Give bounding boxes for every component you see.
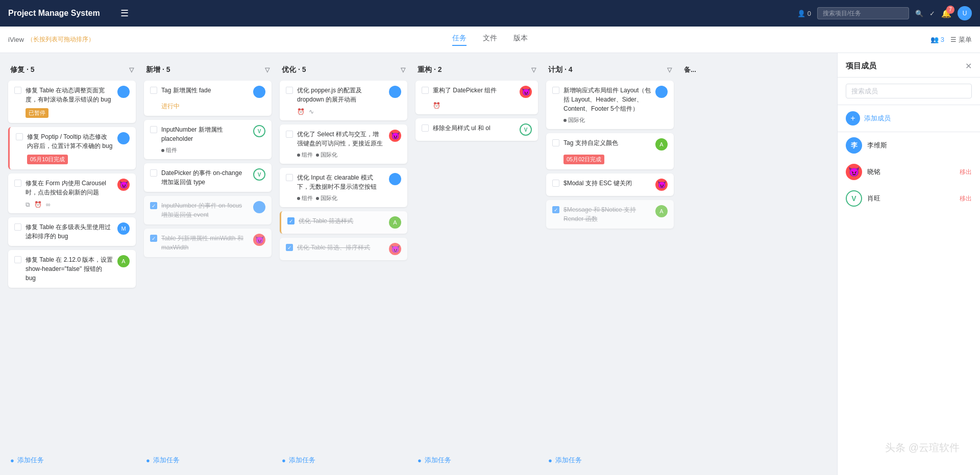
- add-task-optimize[interactable]: ● 添加任务: [280, 454, 407, 467]
- column-new-title: 新增 · 5: [146, 65, 170, 74]
- column-refactor-collapse[interactable]: ▽: [531, 66, 536, 73]
- card-new3-checkbox[interactable]: [150, 169, 157, 177]
- card-new3-text: DatePicker 的事件 on-change 增加返回值 type: [161, 168, 249, 187]
- card-plan4-checkbox[interactable]: ✓: [552, 206, 559, 213]
- card-opt3-tag2: 国际化: [316, 194, 337, 202]
- card-opt4-checkbox[interactable]: ✓: [287, 217, 295, 224]
- card-new4[interactable]: ✓ InputNumber 的事件 on-focus 增加返回值 event: [144, 196, 272, 224]
- column-new-collapse[interactable]: ▽: [265, 66, 270, 73]
- card-opt5[interactable]: ✓ 优化 Table 筛选、排序样式 😈: [280, 238, 407, 260]
- view-label: iView: [8, 36, 24, 43]
- panel-title: 项目成员: [846, 61, 876, 71]
- column-plan-collapse[interactable]: ▽: [667, 66, 672, 73]
- card-ref2[interactable]: 移除全局样式 ul 和 ol V: [415, 118, 538, 141]
- copy-icon: ⧉: [26, 201, 30, 208]
- add-member-btn[interactable]: + 添加成员: [838, 105, 980, 132]
- column-fix-cards: 修复 Table 在动态调整页面宽度，有时滚动条显示错误的 bug 已暂停 修复…: [8, 81, 136, 449]
- add-task-fix[interactable]: ● 添加任务: [8, 454, 136, 467]
- card-new2-text: InputNumber 新增属性 placeholder: [161, 125, 249, 143]
- clock-icon: ⏰: [34, 201, 42, 208]
- card-ref2-checkbox[interactable]: [422, 124, 429, 132]
- card-opt2-checkbox[interactable]: [286, 131, 293, 138]
- card-plan3[interactable]: $Modal 支持 ESC 键关闭 😈: [546, 173, 674, 196]
- card-ref1-checkbox[interactable]: [422, 87, 429, 94]
- card-ref1-text: 重构了 DatePicker 组件: [433, 86, 516, 95]
- card-fix4[interactable]: 修复 Table 在多级表头里使用过滤和排序的 bug M: [8, 217, 136, 246]
- user-count: 👤 0: [797, 10, 811, 17]
- card-opt2[interactable]: 优化了 Select 样式与交互，增强键盘的可访问性，更接近原生 😈 组件 国际…: [280, 124, 407, 164]
- tab-files[interactable]: 文件: [483, 34, 497, 46]
- card-plan2-text: Tag 支持自定义颜色: [564, 138, 651, 147]
- card-fix2[interactable]: 修复 Poptip / Tooltip 动态修改内容后，位置计算不准确的 bug…: [8, 127, 136, 169]
- tab-versions[interactable]: 版本: [513, 34, 528, 46]
- card-new4-checkbox[interactable]: ✓: [150, 202, 157, 209]
- card-opt3-text: 优化 Input 在 clearable 模式下，无数据时不显示清空按钮: [297, 173, 385, 191]
- column-optimize: 优化 · 5 ▽ 优化 popper.js 的配置及 dropdown 的展开动…: [280, 61, 407, 467]
- card-opt1-avatar: [389, 86, 401, 98]
- card-plan4[interactable]: ✓ $Message 和 $Notice 支持 Render 函数 A: [546, 200, 674, 229]
- card-fix1-checkbox[interactable]: [14, 87, 21, 94]
- member-avatar-xiaowang: V: [846, 190, 862, 207]
- user-avatar[interactable]: U: [958, 6, 972, 20]
- card-opt3[interactable]: 优化 Input 在 clearable 模式下，无数据时不显示清空按钮 组件 …: [280, 168, 407, 207]
- member-action-xiaoming[interactable]: 移出: [960, 168, 972, 177]
- column-optimize-header: 优化 · 5 ▽: [280, 61, 407, 81]
- card-new2[interactable]: InputNumber 新增属性 placeholder V 组件: [144, 120, 272, 159]
- card-fix3[interactable]: 修复在 Form 内使用 Carousel 时，点击按钮会刷新的问题 😈 ⧉ ⏰…: [8, 173, 136, 213]
- tab-tasks[interactable]: 任务: [452, 34, 467, 46]
- card-plan3-checkbox[interactable]: [552, 180, 559, 187]
- clock-icon: ⏰: [297, 108, 305, 115]
- member-action-xiaowang[interactable]: 移出: [960, 194, 972, 203]
- card-fix3-avatar: 😈: [117, 179, 130, 191]
- add-task-new[interactable]: ● 添加任务: [144, 454, 272, 467]
- card-opt5-checkbox[interactable]: ✓: [286, 244, 293, 251]
- link-icon: ∞: [46, 201, 51, 208]
- search-icon: 🔍: [915, 10, 923, 17]
- card-plan1[interactable]: 新增响应式布局组件 Layout（包括 Layout、Header、Sider、…: [546, 81, 674, 129]
- card-new3[interactable]: DatePicker 的事件 on-change 增加返回值 type V: [144, 163, 272, 192]
- card-opt1[interactable]: 优化 popper.js 的配置及 dropdown 的展开动画 ⏰ ∿: [280, 81, 407, 120]
- search-input[interactable]: [817, 7, 909, 19]
- card-opt1-checkbox[interactable]: [286, 87, 293, 94]
- card-fix4-checkbox[interactable]: [14, 223, 21, 231]
- kanban-menu-btn[interactable]: ☰ 菜单: [950, 35, 972, 44]
- card-opt5-text: 优化 Table 筛选、排序样式: [297, 243, 385, 252]
- card-plan2[interactable]: Tag 支持自定义颜色 A 05月02日完成: [546, 133, 674, 169]
- app-title: Project Manage System: [8, 9, 110, 18]
- member-count-btn[interactable]: 👥 3: [930, 36, 944, 43]
- card-fix1[interactable]: 修复 Table 在动态调整页面宽度，有时滚动条显示错误的 bug 已暂停: [8, 81, 136, 123]
- card-new1[interactable]: Tag 新增属性 fade 进行中: [144, 81, 272, 116]
- column-plan-title: 计划 · 4: [548, 65, 572, 74]
- right-panel: 项目成员 ✕ + 添加成员 李 李维斯 😈 晓铭 移出 V 肖旺 移出: [837, 53, 980, 475]
- card-opt4-avatar: A: [389, 216, 401, 229]
- card-new2-checkbox[interactable]: [150, 126, 157, 133]
- card-opt2-tag1: 组件: [297, 151, 313, 159]
- menu-icon[interactable]: ☰: [120, 8, 129, 19]
- add-member-icon: +: [846, 111, 860, 126]
- column-fix-collapse[interactable]: ▽: [129, 66, 134, 73]
- card-fix3-checkbox[interactable]: [14, 180, 21, 187]
- member-search-input[interactable]: [846, 84, 972, 98]
- card-new5[interactable]: ✓ Table 列新增属性 minWidth 和 maxWidth 😈: [144, 229, 272, 257]
- panel-header: 项目成员 ✕: [838, 53, 980, 78]
- card-new1-checkbox[interactable]: [150, 87, 157, 94]
- add-task-plan[interactable]: ● 添加任务: [546, 454, 674, 467]
- column-new-header: 新增 · 5 ▽: [144, 61, 272, 81]
- card-ref1[interactable]: 重构了 DatePicker 组件 😈 ⏰: [415, 81, 538, 114]
- column-optimize-title: 优化 · 5: [282, 65, 306, 74]
- card-plan1-checkbox[interactable]: [552, 87, 559, 94]
- add-task-refactor[interactable]: ● 添加任务: [415, 454, 538, 467]
- card-new5-checkbox[interactable]: ✓: [150, 235, 157, 242]
- card-opt3-checkbox[interactable]: [286, 174, 293, 181]
- column-optimize-collapse[interactable]: ▽: [401, 66, 405, 73]
- card-plan1-text: 新增响应式布局组件 Layout（包括 Layout、Header、Sider、…: [564, 86, 651, 113]
- card-fix5-checkbox[interactable]: [14, 256, 21, 263]
- card-opt4[interactable]: ✓ 优化 Table 筛选样式 A: [280, 211, 407, 234]
- card-plan1-tag: 国际化: [564, 116, 585, 124]
- card-opt1-text: 优化 popper.js 的配置及 dropdown 的展开动画: [297, 86, 385, 104]
- card-fix2-checkbox[interactable]: [16, 133, 23, 140]
- panel-close-btn[interactable]: ✕: [965, 61, 972, 71]
- card-fix5[interactable]: 修复 Table 在 2.12.0 版本，设置 show-header="fal…: [8, 250, 136, 288]
- card-plan2-checkbox[interactable]: [552, 139, 559, 146]
- notification-icon[interactable]: 🔔 7: [941, 9, 951, 18]
